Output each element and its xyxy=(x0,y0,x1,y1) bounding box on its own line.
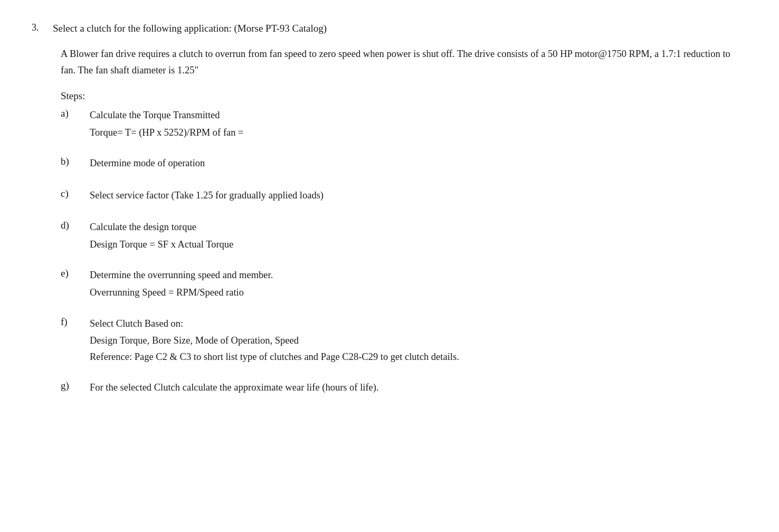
step-d-title: Calculate the design torque xyxy=(90,219,233,235)
question-block: 3. Select a clutch for the following app… xyxy=(32,21,747,36)
step-a-title: Calculate the Torque Transmitted xyxy=(90,107,244,124)
step-d: d) Calculate the design torque Design To… xyxy=(61,219,747,252)
step-g-title: For the selected Clutch calculate the ap… xyxy=(90,379,379,396)
steps-list: a) Calculate the Torque Transmitted Torq… xyxy=(61,107,747,396)
step-a-content: Calculate the Torque Transmitted Torque=… xyxy=(90,107,244,140)
step-a-detail: Torque= T= (HP x 5252)/RPM of fan = xyxy=(90,125,244,141)
step-e-title: Determine the overrunning speed and memb… xyxy=(90,267,273,283)
step-c: c) Select service factor (Take 1.25 for … xyxy=(61,187,747,205)
steps-label: Steps: xyxy=(61,90,747,102)
step-c-letter: c) xyxy=(61,187,90,200)
step-b-content: Determine mode of operation xyxy=(90,155,205,173)
step-d-letter: d) xyxy=(61,219,90,231)
step-f-title: Select Clutch Based on: xyxy=(90,316,459,332)
step-f-letter: f) xyxy=(61,316,90,328)
step-b-title: Determine mode of operation xyxy=(90,155,205,172)
step-f-content: Select Clutch Based on: Design Torque, B… xyxy=(90,316,459,365)
question-title: Select a clutch for the following applic… xyxy=(53,21,327,36)
step-a: a) Calculate the Torque Transmitted Torq… xyxy=(61,107,747,140)
question-description: A Blower fan drive requires a clutch to … xyxy=(61,46,747,79)
step-c-content: Select service factor (Take 1.25 for gra… xyxy=(90,187,324,205)
step-e: e) Determine the overrunning speed and m… xyxy=(61,267,747,300)
step-f: f) Select Clutch Based on: Design Torque… xyxy=(61,316,747,365)
step-g: g) For the selected Clutch calculate the… xyxy=(61,379,747,397)
step-d-detail: Design Torque = SF x Actual Torque xyxy=(90,236,233,253)
step-e-detail: Overrunning Speed = RPM/Speed ratio xyxy=(90,284,273,301)
step-d-content: Calculate the design torque Design Torqu… xyxy=(90,219,233,252)
step-b: b) Determine mode of operation xyxy=(61,155,747,173)
question-number: 3. xyxy=(32,21,53,33)
step-g-content: For the selected Clutch calculate the ap… xyxy=(90,379,379,397)
step-e-content: Determine the overrunning speed and memb… xyxy=(90,267,273,300)
step-b-letter: b) xyxy=(61,155,90,167)
step-g-letter: g) xyxy=(61,379,90,392)
step-f-detail: Design Torque, Bore Size, Mode of Operat… xyxy=(90,332,459,365)
step-c-title: Select service factor (Take 1.25 for gra… xyxy=(90,187,324,204)
step-a-letter: a) xyxy=(61,107,90,119)
step-e-letter: e) xyxy=(61,267,90,279)
